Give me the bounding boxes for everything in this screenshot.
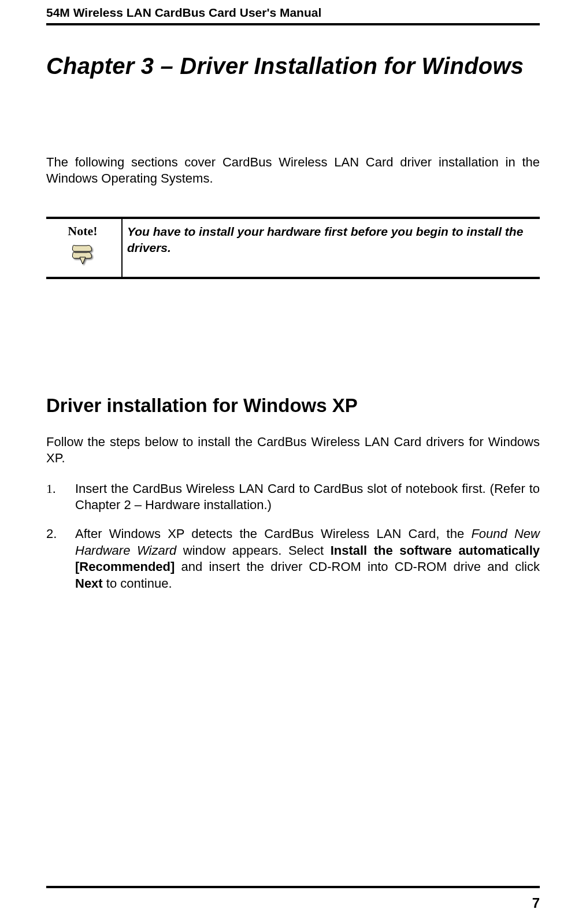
- step-2-bold2: Next: [75, 576, 103, 591]
- step-2-t2: window appears. Select: [176, 543, 330, 558]
- step-1: Insert the CardBus Wireless LAN Card to …: [46, 481, 540, 514]
- step-2: After Windows XP detects the CardBus Wir…: [46, 526, 540, 592]
- note-box: Note! You: [46, 217, 540, 279]
- page-number: 7: [532, 895, 540, 911]
- section-title: Driver installation for Windows XP: [46, 395, 540, 417]
- note-right-cell: You have to install your hardware first …: [122, 218, 540, 278]
- chapter-title: Chapter 3 – Driver Installation for Wind…: [46, 53, 540, 79]
- intro-paragraph: The following sections cover CardBus Wir…: [46, 154, 540, 187]
- note-text: You have to install your hardware first …: [127, 224, 533, 255]
- running-header-text: 54M Wireless LAN CardBus Card User's Man…: [46, 6, 321, 19]
- page: 54M Wireless LAN CardBus Card User's Man…: [0, 0, 586, 924]
- running-header: 54M Wireless LAN CardBus Card User's Man…: [46, 0, 540, 25]
- step-2-t4: to continue.: [103, 576, 172, 591]
- note-left-cell: Note!: [46, 218, 122, 278]
- steps-list: Insert the CardBus Wireless LAN Card to …: [46, 481, 540, 592]
- spacer: [46, 279, 540, 395]
- footer-rule: [46, 886, 540, 888]
- note-label: Note!: [51, 224, 114, 239]
- section-lead: Follow the steps below to install the Ca…: [46, 434, 540, 466]
- note-icon: [69, 240, 96, 266]
- step-2-t1: After Windows XP detects the CardBus Wir…: [75, 526, 471, 541]
- step-1-text: Insert the CardBus Wireless LAN Card to …: [75, 481, 540, 512]
- step-2-t3: and insert the driver CD-ROM into CD-ROM…: [175, 559, 540, 574]
